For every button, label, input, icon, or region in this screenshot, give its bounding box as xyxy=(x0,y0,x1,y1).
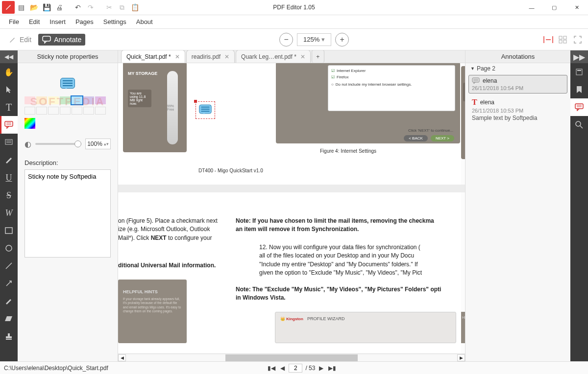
collapse-left-icon[interactable]: ◀◀ xyxy=(0,50,18,63)
menu-about[interactable]: About xyxy=(131,16,158,27)
right-toolbar: ▶▶ xyxy=(570,50,588,361)
underline-tool-icon[interactable]: U xyxy=(0,169,18,187)
close-button[interactable]: ✕ xyxy=(565,0,588,15)
mode-edit-label: Edit xyxy=(20,36,31,44)
window-title: PDF Editor 1.05 xyxy=(273,4,315,11)
mode-toolbar: Edit Annotate − 125%▾ + xyxy=(0,29,588,50)
view-width-icon[interactable] xyxy=(543,34,554,45)
note-tool-icon[interactable] xyxy=(0,116,18,134)
description-input[interactable] xyxy=(24,169,111,257)
annotations-section[interactable]: ▼Page 2 xyxy=(466,63,570,74)
svg-point-12 xyxy=(6,245,12,251)
next-page-icon[interactable]: ▶ xyxy=(318,365,324,372)
zoom-field[interactable]: 125%▾ xyxy=(297,33,331,46)
svg-rect-0 xyxy=(43,36,50,41)
view-grid-icon[interactable] xyxy=(558,34,568,45)
properties-panel: Sticky note properties SOFTPEDIA ◐ 100%▴… xyxy=(18,50,118,361)
zoom-in-button[interactable]: + xyxy=(335,33,349,47)
mode-annotate[interactable]: Annotate xyxy=(38,34,85,46)
bookmarks-icon[interactable] xyxy=(570,81,588,98)
opacity-slider[interactable] xyxy=(35,143,81,145)
menu-pages[interactable]: Pages xyxy=(71,16,98,27)
annotations-panel: Annotations ▼Page 2 elena 26/11/2018 10:… xyxy=(465,50,570,361)
pencil-tool-icon[interactable] xyxy=(0,292,18,310)
document-viewport[interactable]: MY STORAGE You are using 11.8 MB right n… xyxy=(118,63,465,353)
menu-file[interactable]: File xyxy=(4,16,24,27)
squiggly-tool-icon[interactable]: W xyxy=(0,204,18,222)
print-icon[interactable]: 🖨 xyxy=(53,1,66,14)
close-icon[interactable]: ✕ xyxy=(300,53,305,60)
scroll-left-icon[interactable]: ◀ xyxy=(118,354,126,361)
file-path: C:\Users\elena\Desktop\Quick_Start.pdf xyxy=(4,365,108,372)
thumbnails-icon[interactable] xyxy=(570,63,588,81)
annotations-tab-icon[interactable] xyxy=(570,98,588,116)
prev-page-icon[interactable]: ◀ xyxy=(279,365,286,372)
properties-title: Sticky note properties xyxy=(18,50,118,63)
search-icon[interactable] xyxy=(570,116,588,134)
new-doc-icon[interactable]: ▤ xyxy=(15,1,27,14)
rect-tool-icon[interactable] xyxy=(0,222,18,239)
text-tool-icon[interactable]: T xyxy=(0,98,18,116)
tab-readiris[interactable]: readiris.pdf✕ xyxy=(186,50,235,63)
collapse-right-icon[interactable]: ▶▶ xyxy=(570,50,588,63)
description-label: Description: xyxy=(24,159,111,166)
hand-tool-icon[interactable]: ✋ xyxy=(0,63,18,81)
save-icon[interactable]: 💾 xyxy=(40,1,53,14)
color-picker-icon[interactable] xyxy=(24,118,35,129)
svg-rect-2 xyxy=(564,36,566,39)
arrow-tool-icon[interactable] xyxy=(0,275,18,292)
svg-line-14 xyxy=(6,281,11,286)
tab-quark[interactable]: Quark Leg…ent.pdf *✕ xyxy=(236,50,311,63)
menu-edit[interactable]: Edit xyxy=(24,16,45,27)
h-scrollbar[interactable]: ◀ ▶ xyxy=(118,353,465,361)
highlight-tool-icon[interactable] xyxy=(0,134,18,151)
eraser-tool-icon[interactable] xyxy=(0,310,18,327)
stamp-tool-icon[interactable] xyxy=(0,327,18,345)
menu-insert[interactable]: Insert xyxy=(45,16,71,27)
fullscreen-icon[interactable] xyxy=(572,34,583,45)
tab-add[interactable]: + xyxy=(312,50,324,63)
zoom-out-button[interactable]: − xyxy=(279,33,293,47)
annotation-item[interactable]: Telena 26/11/2018 10:53 PM Sample text b… xyxy=(468,95,567,124)
mode-edit[interactable]: Edit xyxy=(5,34,35,46)
menubar: File Edit Insert Pages Settings About xyxy=(0,15,588,29)
paste-icon[interactable]: 📋 xyxy=(128,1,141,14)
open-icon[interactable]: 📂 xyxy=(27,1,40,14)
left-toolbar: ◀◀ ✋ T U S W xyxy=(0,50,18,361)
svg-rect-19 xyxy=(577,70,581,71)
app-icon xyxy=(2,1,15,14)
close-icon[interactable]: ✕ xyxy=(224,53,229,60)
scroll-right-icon[interactable]: ▶ xyxy=(457,354,465,361)
svg-rect-4 xyxy=(564,40,566,43)
watermark: SOFTPEDIA xyxy=(24,95,111,108)
svg-point-23 xyxy=(576,121,581,126)
select-tool-icon[interactable] xyxy=(0,81,18,98)
maximize-button[interactable]: ▢ xyxy=(543,0,565,15)
copy-icon[interactable]: ⧉ xyxy=(116,1,128,14)
last-page-icon[interactable]: ▶▮ xyxy=(327,365,337,372)
page-total: / 53 xyxy=(305,365,315,372)
circle-tool-icon[interactable] xyxy=(0,239,18,257)
svg-rect-5 xyxy=(5,121,13,126)
marker-tool-icon[interactable] xyxy=(0,151,18,169)
minimize-button[interactable]: — xyxy=(520,0,543,15)
svg-line-13 xyxy=(6,263,12,269)
document-area: Quick_Start.pdf *✕ readiris.pdf✕ Quark L… xyxy=(118,50,465,361)
svg-rect-15 xyxy=(472,78,479,82)
first-page-icon[interactable]: ▮◀ xyxy=(267,365,276,372)
opacity-value[interactable]: 100%▴▾ xyxy=(85,139,111,149)
opacity-icon: ◐ xyxy=(24,140,31,149)
menu-settings[interactable]: Settings xyxy=(98,16,131,27)
page-input[interactable] xyxy=(289,364,302,373)
strikeout-tool-icon[interactable]: S xyxy=(0,187,18,204)
tab-quickstart[interactable]: Quick_Start.pdf *✕ xyxy=(121,50,185,63)
titlebar: ▤ 📂 💾 🖨 ↶ ↷ ✂ ⧉ 📋 PDF Editor 1.05 — ▢ ✕ xyxy=(0,0,588,15)
redo-icon[interactable]: ↷ xyxy=(84,1,97,14)
undo-icon[interactable]: ↶ xyxy=(72,1,84,14)
annotation-item[interactable]: elena 26/11/2018 10:54 PM xyxy=(468,75,567,94)
annotations-title: Annotations xyxy=(466,50,570,63)
svg-rect-1 xyxy=(559,36,562,39)
close-icon[interactable]: ✕ xyxy=(175,53,180,60)
line-tool-icon[interactable] xyxy=(0,257,18,275)
cut-icon[interactable]: ✂ xyxy=(103,1,116,14)
